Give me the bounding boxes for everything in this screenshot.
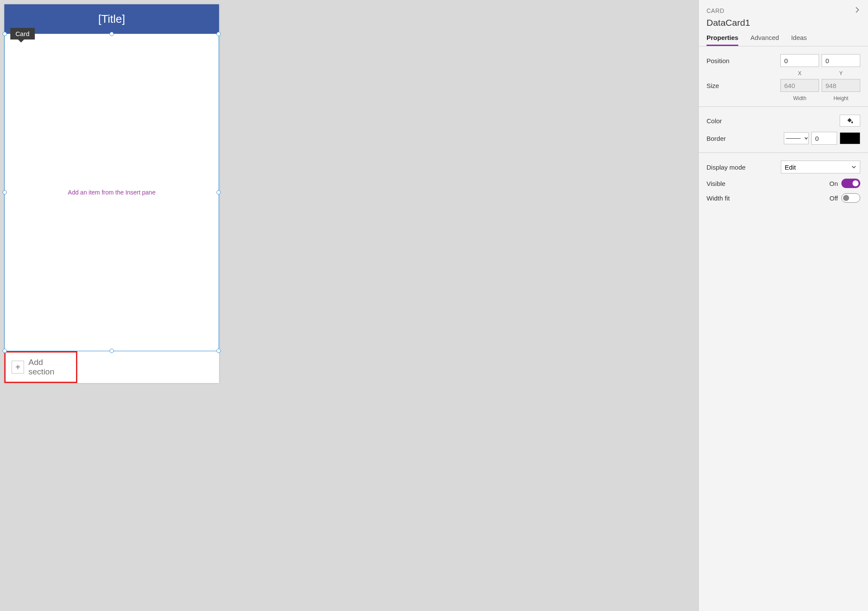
position-y-input[interactable] xyxy=(822,54,860,67)
visible-label: Visible xyxy=(707,180,725,187)
panel-category-text: CARD xyxy=(707,7,725,14)
border-width-input[interactable] xyxy=(811,132,837,145)
widthfit-label: Width fit xyxy=(707,195,730,202)
selection-handle-bl[interactable] xyxy=(3,349,7,353)
size-width-input[interactable] xyxy=(780,79,819,92)
position-x-input[interactable] xyxy=(780,54,819,67)
card-title-bar[interactable]: [Title] xyxy=(4,4,219,33)
size-height-input[interactable] xyxy=(822,79,860,92)
panel-title: DataCard1 xyxy=(707,18,860,28)
selection-handle-mr[interactable] xyxy=(216,190,221,195)
card-title-text: [Title] xyxy=(98,12,125,26)
selection-handle-tr[interactable] xyxy=(216,32,221,36)
chevron-down-icon xyxy=(804,136,808,140)
canvas-area: Card [Title] Add an item from the Insert… xyxy=(0,0,698,611)
selection-handle-ml[interactable] xyxy=(3,190,7,195)
properties-panel: CARD DataCard1 Properties Advanced Ideas… xyxy=(698,0,868,611)
tab-ideas[interactable]: Ideas xyxy=(791,34,807,46)
y-label: Y xyxy=(822,70,860,76)
add-section-label: Add section xyxy=(28,358,70,377)
display-mode-select[interactable]: Edit xyxy=(781,161,860,173)
widthfit-toggle[interactable] xyxy=(841,193,860,203)
card-body[interactable]: Add an item from the Insert pane xyxy=(4,33,219,351)
selection-handle-bc[interactable] xyxy=(110,349,114,353)
visible-value-text: On xyxy=(829,180,838,187)
tab-advanced[interactable]: Advanced xyxy=(750,34,779,46)
position-label: Position xyxy=(707,57,729,64)
widthfit-value-text: Off xyxy=(829,195,838,202)
border-style-dropdown[interactable] xyxy=(784,132,809,144)
chevron-right-icon[interactable] xyxy=(854,6,860,15)
selection-handle-br[interactable] xyxy=(216,349,221,353)
display-mode-value: Edit xyxy=(785,164,796,171)
x-label: X xyxy=(780,70,819,76)
border-color-picker[interactable] xyxy=(840,132,860,144)
selection-handle-tc[interactable] xyxy=(110,32,114,36)
size-label: Size xyxy=(707,82,719,89)
panel-tabs: Properties Advanced Ideas xyxy=(699,28,868,46)
border-label: Border xyxy=(707,135,726,142)
add-section-button[interactable]: + Add section xyxy=(4,351,77,383)
card-tooltip: Card xyxy=(10,28,35,40)
card-container[interactable]: Card [Title] Add an item from the Insert… xyxy=(4,4,219,383)
plus-icon: + xyxy=(12,361,24,374)
width-label: Width xyxy=(780,95,819,101)
color-picker[interactable] xyxy=(840,115,860,127)
display-mode-label: Display mode xyxy=(707,164,746,171)
insert-placeholder: Add an item from the Insert pane xyxy=(68,189,155,196)
tab-properties[interactable]: Properties xyxy=(707,34,738,46)
panel-category: CARD xyxy=(707,6,860,15)
visible-toggle[interactable] xyxy=(841,179,860,188)
height-label: Height xyxy=(822,95,860,101)
selection-handle-tl[interactable] xyxy=(3,32,7,36)
chevron-down-icon xyxy=(851,164,856,170)
color-label: Color xyxy=(707,117,722,125)
